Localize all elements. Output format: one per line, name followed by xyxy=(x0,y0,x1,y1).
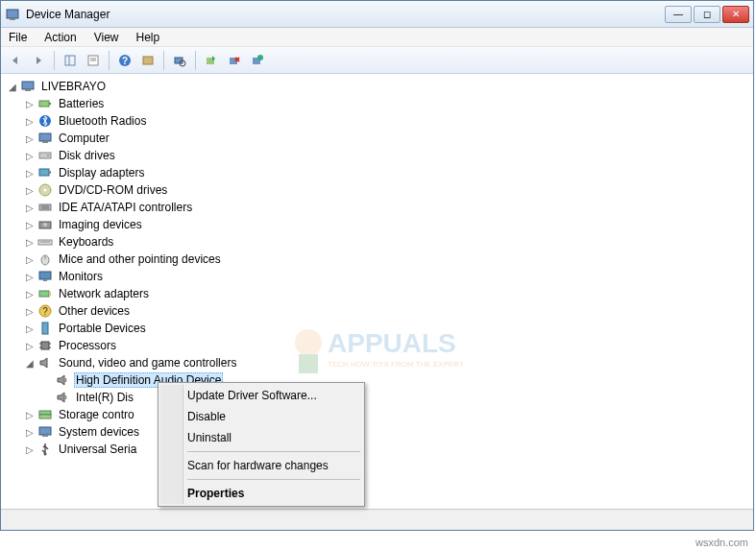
tree-node-usb[interactable]: ▷Universal Seria xyxy=(22,441,753,458)
expand-icon[interactable]: ▷ xyxy=(24,340,36,351)
svg-rect-43 xyxy=(43,279,47,281)
source-watermark: wsxdn.com xyxy=(695,537,748,548)
svg-text:?: ? xyxy=(122,56,128,66)
toolbar-separator xyxy=(195,51,196,70)
expand-icon[interactable]: ▷ xyxy=(24,253,36,265)
maximize-button[interactable]: ◻ xyxy=(694,6,720,23)
computer-icon xyxy=(37,131,53,146)
disable-button[interactable] xyxy=(247,50,268,71)
forward-button[interactable] xyxy=(28,50,49,71)
expand-icon[interactable]: ▷ xyxy=(24,202,36,213)
device-tree-pane[interactable]: APPUALSTECH HOW-TO'S FROM THE EXPERTS ◢ … xyxy=(1,74,753,509)
svg-rect-49 xyxy=(41,342,49,349)
tree-node-dvd[interactable]: ▷DVD/CD-ROM drives xyxy=(22,181,753,199)
expand-icon[interactable]: ▷ xyxy=(24,132,36,144)
ctx-scan-hardware[interactable]: Scan for hardware changes xyxy=(160,455,362,476)
tree-node-monitors[interactable]: ▷Monitors xyxy=(22,268,753,285)
properties-button[interactable] xyxy=(83,50,104,71)
svg-rect-25 xyxy=(39,133,51,141)
tree-node-mice[interactable]: ▷Mice and other pointing devices xyxy=(22,251,753,268)
expand-icon[interactable]: ▷ xyxy=(24,150,36,161)
tree-node-imaging[interactable]: ▷Imaging devices xyxy=(22,216,753,233)
titlebar[interactable]: Device Manager — ◻ ✕ xyxy=(1,1,753,28)
processor-icon xyxy=(37,338,53,353)
svg-rect-2 xyxy=(65,56,75,65)
tree-node-sound[interactable]: ◢Sound, video and game controllers xyxy=(22,354,753,371)
show-hide-console-tree-button[interactable] xyxy=(60,50,81,71)
svg-rect-21 xyxy=(25,89,31,91)
tree-node-portable[interactable]: ▷Portable Devices xyxy=(22,320,753,337)
ctx-properties[interactable]: Properties xyxy=(160,483,362,504)
device-tree[interactable]: ◢ LIVEBRAYO ▷Batteries ▷Bluetooth Radios… xyxy=(5,78,753,458)
expand-icon[interactable]: ▷ xyxy=(24,115,36,127)
svg-rect-42 xyxy=(39,272,51,279)
window-title: Device Manager xyxy=(26,8,665,21)
tree-node-keyboards[interactable]: ▷Keyboards xyxy=(22,233,753,251)
menu-help[interactable]: Help xyxy=(136,31,160,44)
ctx-uninstall[interactable]: Uninstall xyxy=(160,427,362,448)
tree-node-storage[interactable]: ▷Storage contro xyxy=(22,406,753,423)
tree-node-other[interactable]: ▷?Other devices xyxy=(22,302,753,320)
back-button[interactable] xyxy=(5,50,26,71)
tree-node-hd-audio[interactable]: High Definition Audio Device xyxy=(39,371,753,389)
svg-rect-0 xyxy=(7,10,18,18)
svg-rect-56 xyxy=(39,427,51,435)
uninstall-button[interactable] xyxy=(224,50,245,71)
tree-node-batteries[interactable]: ▷Batteries xyxy=(22,95,753,112)
context-menu-separator xyxy=(187,451,360,452)
context-menu-separator xyxy=(187,479,360,480)
expand-icon[interactable]: ▷ xyxy=(24,409,36,420)
expand-icon[interactable]: ▷ xyxy=(24,323,36,334)
tree-node-system[interactable]: ▷System devices xyxy=(22,423,753,441)
collapse-icon[interactable]: ◢ xyxy=(24,357,36,369)
tree-node-computer[interactable]: ▷Computer xyxy=(22,130,753,147)
toolbar: ? xyxy=(1,47,753,74)
menubar: File Action View Help xyxy=(1,28,753,47)
svg-rect-9 xyxy=(143,57,153,64)
expand-icon[interactable]: ▷ xyxy=(24,271,36,282)
menu-view[interactable]: View xyxy=(94,31,119,44)
tree-node-bluetooth[interactable]: ▷Bluetooth Radios xyxy=(22,112,753,130)
statusbar xyxy=(1,509,753,530)
collapse-icon[interactable]: ◢ xyxy=(7,81,18,92)
system-device-icon xyxy=(37,424,53,440)
tree-node-ide[interactable]: ▷IDE ATA/ATAPI controllers xyxy=(22,199,753,216)
display-adapter-icon xyxy=(37,165,53,180)
expand-icon[interactable]: ▷ xyxy=(24,288,36,299)
tree-node-display-adapters[interactable]: ▷Display adapters xyxy=(22,164,753,181)
expand-icon[interactable]: ▷ xyxy=(24,443,36,455)
device-manager-window: Device Manager — ◻ ✕ File Action View He… xyxy=(0,0,754,531)
ide-controller-icon xyxy=(37,200,53,215)
ctx-update-driver[interactable]: Update Driver Software... xyxy=(160,385,362,406)
expand-icon[interactable]: ▷ xyxy=(24,305,36,317)
tree-node-network[interactable]: ▷Network adapters xyxy=(22,285,753,302)
tree-node-processors[interactable]: ▷Processors xyxy=(22,337,753,354)
svg-rect-26 xyxy=(42,141,48,143)
ctx-disable[interactable]: Disable xyxy=(160,406,362,427)
expand-icon[interactable]: ▷ xyxy=(24,426,36,438)
battery-icon xyxy=(37,96,53,111)
update-driver-button[interactable] xyxy=(201,50,222,71)
expand-icon[interactable]: ▷ xyxy=(24,98,36,109)
scan-hardware-button[interactable] xyxy=(169,50,190,71)
tree-node-disk-drives[interactable]: ▷Disk drives xyxy=(22,147,753,164)
tree-root-label: LIVEBRAYO xyxy=(39,80,108,93)
menu-action[interactable]: Action xyxy=(44,31,76,44)
expand-icon[interactable]: ▷ xyxy=(24,219,36,230)
speaker-icon xyxy=(55,390,70,405)
portable-device-icon xyxy=(37,321,53,336)
tree-node-intel-display-audio[interactable]: Intel(R) Dis xyxy=(39,389,753,406)
svg-point-37 xyxy=(43,223,47,227)
help-button[interactable]: ? xyxy=(114,50,135,71)
menu-file[interactable]: File xyxy=(9,31,27,44)
tree-root-node[interactable]: ◢ LIVEBRAYO xyxy=(5,78,753,95)
expand-icon[interactable]: ▷ xyxy=(24,167,36,179)
svg-rect-57 xyxy=(42,435,48,437)
action-button[interactable] xyxy=(137,50,159,71)
bluetooth-icon xyxy=(37,113,53,129)
close-button[interactable]: ✕ xyxy=(722,6,749,23)
minimize-button[interactable]: — xyxy=(665,6,692,23)
expand-icon[interactable]: ▷ xyxy=(24,236,36,248)
expand-icon[interactable]: ▷ xyxy=(24,184,36,196)
svg-rect-44 xyxy=(39,291,49,297)
